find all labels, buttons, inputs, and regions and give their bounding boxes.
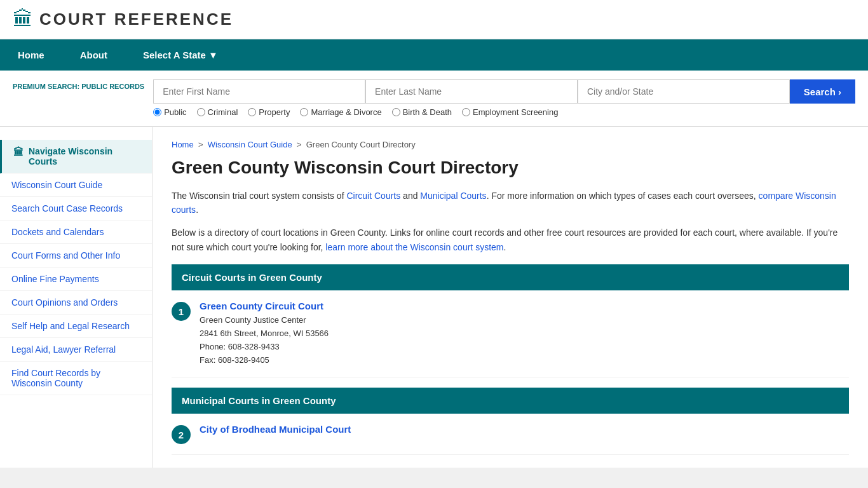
court-details-1: Green County Circuit Court Green County … <box>200 301 329 367</box>
logo-text: COURT REFERENCE <box>39 10 233 29</box>
search-bar: PREMIUM SEARCH: PUBLIC RECORDS Search › … <box>0 71 868 127</box>
sidebar: 🏛 Navigate Wisconsin Courts Wisconsin Co… <box>0 127 153 468</box>
municipal-court-1: 2 City of Brodhead Municipal Court <box>172 414 849 455</box>
court-name-1[interactable]: Green County Circuit Court <box>200 301 329 311</box>
intro-paragraph-2: Below is a directory of court locations … <box>172 226 849 254</box>
radio-marriage[interactable]: Marriage & Divorce <box>300 107 381 117</box>
radio-property[interactable]: Property <box>248 107 290 117</box>
nav-home[interactable]: Home <box>0 39 62 71</box>
court-number-1: 1 <box>172 302 191 321</box>
premium-label: PREMIUM SEARCH: PUBLIC RECORDS <box>13 82 144 91</box>
circuit-courts-link[interactable]: Circuit Courts <box>346 191 400 201</box>
nav-bar: Home About Select A State ▼ <box>0 39 868 71</box>
circuit-section-header: Circuit Courts in Green County <box>172 264 849 290</box>
municipal-courts-link[interactable]: Municipal Courts <box>420 191 486 201</box>
municipal-court-number-1: 2 <box>172 425 191 444</box>
sidebar-item-guide[interactable]: Wisconsin Court Guide <box>0 173 152 197</box>
breadcrumb-guide[interactable]: Wisconsin Court Guide <box>208 140 292 149</box>
court-address1-1: Green County Justice Center <box>200 314 329 327</box>
page-title: Green County Wisconsin Court Directory <box>172 157 849 179</box>
intro1-before: The Wisconsin trial court system consist… <box>172 191 346 201</box>
learn-link[interactable]: learn more about the Wisconsin court sys… <box>325 242 503 252</box>
intro1-end: . <box>196 205 198 215</box>
radio-row: Public Criminal Property Marriage & Divo… <box>153 107 855 117</box>
breadcrumb-current: Green County Court Directory <box>306 140 416 149</box>
sidebar-item-legal-aid[interactable]: Legal Aid, Lawyer Referral <box>0 338 152 362</box>
circuit-court-1: 1 Green County Circuit Court Green Count… <box>172 290 849 377</box>
search-button[interactable]: Search › <box>790 79 855 104</box>
intro2-end: . <box>503 242 506 252</box>
search-inputs: Search › Public Criminal Property Marria… <box>153 79 855 117</box>
sidebar-item-forms[interactable]: Court Forms and Other Info <box>0 244 152 268</box>
sidebar-item-opinions[interactable]: Court Opinions and Orders <box>0 291 152 315</box>
main-container: 🏛 Navigate Wisconsin Courts Wisconsin Co… <box>0 127 868 468</box>
radio-public[interactable]: Public <box>153 107 186 117</box>
municipal-section-header: Municipal Courts in Green County <box>172 388 849 414</box>
nav-select-state[interactable]: Select A State ▼ <box>125 39 236 71</box>
last-name-input[interactable] <box>365 79 578 104</box>
radio-birth[interactable]: Birth & Death <box>392 107 452 117</box>
breadcrumb: Home > Wisconsin Court Guide > Green Cou… <box>172 140 849 149</box>
site-header: 🏛 COURT REFERENCE <box>0 0 868 39</box>
intro1-mid: and <box>400 191 420 201</box>
sidebar-item-self-help[interactable]: Self Help and Legal Research <box>0 315 152 338</box>
search-inputs-row: Search › <box>153 79 855 104</box>
sidebar-item-dockets[interactable]: Dockets and Calendars <box>0 220 152 244</box>
sidebar-item-navigate-label: Navigate Wisconsin Courts <box>29 146 140 166</box>
municipal-court-name-1[interactable]: City of Brodhead Municipal Court <box>200 424 351 435</box>
nav-about[interactable]: About <box>62 39 125 71</box>
municipal-court-details-1: City of Brodhead Municipal Court <box>200 424 351 437</box>
sidebar-item-find-records[interactable]: Find Court Records by Wisconsin County <box>0 362 152 395</box>
content-area: Home > Wisconsin Court Guide > Green Cou… <box>153 127 868 468</box>
intro-paragraph-1: The Wisconsin trial court system consist… <box>172 189 849 217</box>
first-name-input[interactable] <box>153 79 365 104</box>
court-phone-1: Phone: 608-328-9433 <box>200 341 329 354</box>
intro1-after: . For more information on which types of… <box>487 191 759 201</box>
radio-employment[interactable]: Employment Screening <box>462 107 558 117</box>
breadcrumb-home[interactable]: Home <box>172 140 194 149</box>
navigate-icon: 🏛 <box>13 147 24 158</box>
court-address2-1: 2841 6th Street, Monroe, WI 53566 <box>200 327 329 341</box>
logo-area: 🏛 COURT REFERENCE <box>13 8 233 31</box>
sidebar-item-case-records[interactable]: Search Court Case Records <box>0 197 152 220</box>
sidebar-item-navigate[interactable]: 🏛 Navigate Wisconsin Courts <box>0 140 152 173</box>
radio-criminal[interactable]: Criminal <box>197 107 238 117</box>
logo-icon: 🏛 <box>13 8 33 31</box>
court-fax-1: Fax: 608-328-9405 <box>200 354 329 367</box>
city-state-input[interactable] <box>578 79 790 104</box>
sidebar-item-fines[interactable]: Online Fine Payments <box>0 268 152 291</box>
